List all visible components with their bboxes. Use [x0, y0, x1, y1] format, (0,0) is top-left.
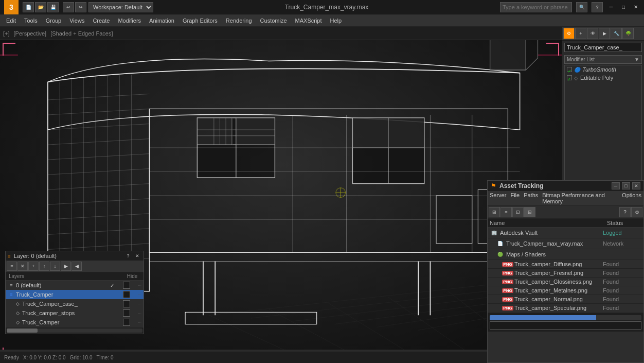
asset-progress-area	[488, 313, 643, 332]
asset-close-btn[interactable]: ✕	[632, 182, 640, 189]
layer-row-case[interactable]: ◇ Truck_Camper_case_ ···	[6, 299, 144, 308]
viewport-plus-btn[interactable]: [+]	[3, 30, 10, 37]
asset-search-bar[interactable]	[490, 321, 641, 330]
help-btn[interactable]: ?	[592, 2, 603, 12]
asset-config-btn[interactable]: ⚙	[631, 207, 642, 217]
asset-icon: ⚑	[491, 182, 496, 189]
asset-row-specular[interactable]: PNG Truck_camper_Specular.png Found	[488, 304, 643, 313]
layer-add-btn[interactable]: +	[28, 262, 39, 271]
display-icon[interactable]: 👁	[587, 28, 598, 39]
layer-check-truck	[108, 291, 116, 298]
modifier-turbosmooth[interactable]: 🔵 TurboSmooth	[565, 65, 641, 74]
asset-maximize-btn[interactable]: □	[622, 182, 630, 189]
menu-animation[interactable]: Animation	[145, 16, 178, 25]
asset-row-truck[interactable]: 📄 Truck_Camper_max_vray.max Network	[488, 238, 643, 249]
menu-help[interactable]: Help	[326, 16, 346, 25]
svg-rect-72	[352, 118, 388, 148]
menu-create[interactable]: Create	[88, 16, 114, 25]
modify-icon[interactable]: ⚙	[563, 28, 575, 39]
asset-row-glossiness[interactable]: PNG Truck_camper_Glossiness.png Found	[488, 278, 643, 286]
layer-help-btn[interactable]: ?	[124, 252, 132, 260]
menu-graph-editors[interactable]: Graph Editors	[178, 16, 222, 25]
asset-menu-paths[interactable]: Paths	[524, 192, 538, 204]
layer-panel-titlebar[interactable]: ≡ Layer: 0 (default) ? ✕	[6, 251, 144, 261]
menu-group[interactable]: Group	[42, 16, 66, 25]
undo-btn[interactable]: ↩	[63, 2, 74, 12]
asset-tool-1[interactable]: ⊞	[489, 207, 500, 217]
turbosmooth-checkbox[interactable]	[567, 67, 572, 72]
hierarchy-icon[interactable]: 🌳	[622, 28, 634, 39]
close-btn[interactable]: ✕	[632, 3, 640, 11]
open-btn[interactable]: 📂	[35, 2, 46, 12]
asset-name-col: Name	[488, 219, 605, 227]
viewport[interactable]: [+] [Perspective] [Shaded + Edged Faces]…	[0, 27, 562, 350]
new-btn[interactable]: 📄	[23, 2, 34, 12]
search-btn[interactable]: 🔍	[576, 2, 587, 12]
menu-maxscript[interactable]: MAXScript	[291, 16, 326, 25]
menu-customize[interactable]: Customize	[256, 16, 291, 25]
create-icon[interactable]: +	[575, 28, 586, 39]
titlebar-left: 3 📄 📂 💾 ↩ ↪ Workspace: Default	[4, 0, 153, 14]
layer-expand-btn[interactable]: ▶	[61, 262, 71, 271]
menu-rendering[interactable]: Rendering	[222, 16, 256, 25]
asset-row-metalness[interactable]: PNG Truck_camper_Metalnes.png Found	[488, 286, 643, 295]
titlebar-controls: 🔍 ? ─ □ ✕	[500, 2, 640, 12]
layer-hide-truck-obj[interactable]	[123, 319, 130, 326]
utility-icon[interactable]: 🔧	[611, 28, 622, 39]
menu-modifiers[interactable]: Modifiers	[114, 16, 145, 25]
layer-row-truck-obj[interactable]: ◇ Truck_Camper ···	[6, 318, 144, 327]
menu-views[interactable]: Views	[65, 16, 88, 25]
modifier-list-dropdown-icon[interactable]: ▼	[634, 57, 639, 62]
layer-close-btn[interactable]: ✕	[133, 252, 141, 260]
minimize-btn[interactable]: ─	[607, 3, 615, 11]
metalness-status: Found	[603, 287, 641, 293]
asset-row-diffuse[interactable]: PNG Truck_camper_Diffuse.png Found	[488, 260, 643, 269]
workspace-selector[interactable]: Workspace: Default	[88, 2, 153, 12]
layer-tab-icon[interactable]: ≡	[7, 262, 17, 271]
layer-row-truck[interactable]: ≡ Truck_Camper ···	[6, 290, 144, 299]
redo-btn[interactable]: ↪	[75, 2, 86, 12]
asset-menu-file[interactable]: File	[510, 192, 520, 204]
asset-help-btn[interactable]: ?	[619, 207, 631, 217]
asset-status-col: Status	[605, 219, 643, 227]
viewport-perspective-btn[interactable]: [Perspective]	[14, 30, 47, 37]
status-time: Time: 0	[96, 355, 113, 360]
asset-menu-bitmap[interactable]: Bitmap Performance and Memory	[542, 192, 618, 204]
save-btn[interactable]: 💾	[47, 2, 59, 12]
motion-icon[interactable]: ▶	[599, 28, 610, 39]
layer-row-stops[interactable]: ◇ Truck_camper_stops ···	[6, 308, 144, 318]
search-input[interactable]	[500, 2, 572, 12]
layer-move-down-btn[interactable]: ↓	[50, 262, 60, 271]
asset-menu-options[interactable]: Options	[622, 192, 641, 204]
asset-row-vault[interactable]: 🏢 Autodesk Vault Logged	[488, 228, 643, 238]
asset-row-maps[interactable]: 🟢 Maps / Shaders	[488, 249, 643, 260]
modifier-editable-poly[interactable]: ◇ Editable Poly	[565, 74, 641, 82]
asset-minimize-btn[interactable]: ─	[612, 182, 620, 189]
object-name-field[interactable]	[564, 43, 642, 52]
layer-icon-stops: ◇	[14, 309, 21, 317]
layer-collapse-btn[interactable]: ◀	[71, 262, 82, 271]
fresnel-status: Found	[603, 270, 641, 276]
layer-hide-truck[interactable]	[123, 291, 130, 298]
edpoly-checkbox[interactable]	[567, 75, 572, 80]
layer-hide-stops[interactable]	[123, 309, 130, 317]
asset-row-fresnel[interactable]: PNG Truck_camper_Fresnel.png Found	[488, 269, 643, 278]
layer-hide-default[interactable]	[123, 282, 130, 289]
layer-move-up-btn[interactable]: ↑	[39, 262, 49, 271]
layer-hide-case[interactable]	[123, 300, 130, 307]
viewport-shading-btn[interactable]: [Shaded + Edged Faces]	[50, 30, 113, 37]
menu-edit[interactable]: Edit	[2, 16, 20, 25]
asset-panel-titlebar[interactable]: ⚑ Asset Tracking ─ □ ✕	[488, 181, 643, 191]
layer-delete-btn[interactable]: ✕	[17, 262, 28, 271]
asset-menu-server[interactable]: Server	[490, 192, 506, 204]
layer-icon-truck-obj: ◇	[14, 319, 21, 326]
asset-tool-3[interactable]: ⊡	[512, 207, 524, 217]
asset-tool-4[interactable]: ⊟	[524, 207, 535, 217]
layer-row-default[interactable]: ≡ 0 (default) ✓ ···	[6, 281, 144, 290]
asset-tool-2[interactable]: ≡	[500, 207, 512, 217]
asset-row-normal[interactable]: PNG Truck_camper_Normal.png Found	[488, 295, 643, 304]
diffuse-status: Found	[603, 261, 641, 267]
normal-name: Truck_camper_Normal.png	[514, 296, 603, 302]
maximize-btn[interactable]: □	[619, 3, 628, 11]
menu-tools[interactable]: Tools	[20, 16, 42, 25]
